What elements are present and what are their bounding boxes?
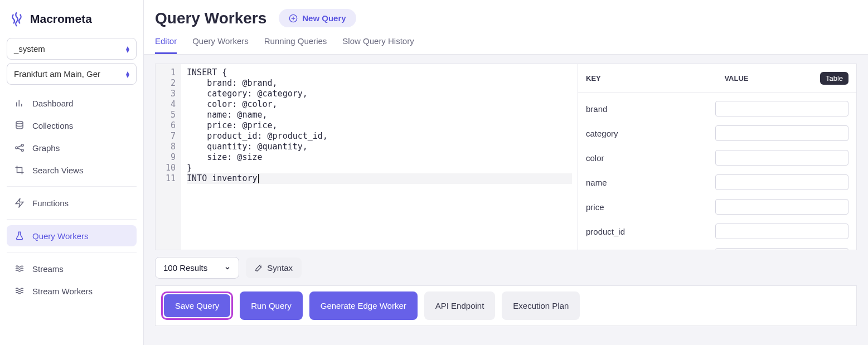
param-row: color — [586, 145, 848, 170]
sidebar-item-graphs[interactable]: Graphs — [7, 137, 137, 158]
params-panel: KEY VALUE Table brandcategorycolornamepr… — [578, 64, 856, 250]
param-row: name — [586, 170, 848, 195]
code-line[interactable]: INTO inventory — [187, 173, 572, 184]
svg-line-8 — [17, 148, 22, 150]
code-line[interactable]: size: @size — [187, 152, 572, 163]
workspace: 1234567891011 INSERT { brand: @brand, ca… — [144, 55, 868, 345]
brand-name: Macrometa — [30, 12, 92, 26]
results-limit-value: 100 Results — [163, 263, 207, 273]
region-selector-value: Frankfurt am Main, Ger — [14, 69, 100, 79]
wand-icon — [255, 264, 263, 272]
sidebar-item-label: Streams — [32, 264, 64, 274]
sidebar-item-query-workers[interactable]: Query Workers — [7, 225, 137, 246]
param-value-input[interactable] — [715, 150, 848, 166]
param-key: category — [586, 129, 709, 138]
chevron-down-icon — [224, 265, 231, 271]
action-bar: Save Query Run Query Generate Edge Worke… — [155, 285, 857, 326]
sidebar-item-functions[interactable]: Functions — [7, 192, 137, 213]
code-content[interactable]: INSERT { brand: @brand, category: @categ… — [181, 64, 578, 250]
sidebar-item-dashboard[interactable]: Dashboard — [7, 93, 137, 114]
tab-slow-query-history[interactable]: Slow Query History — [342, 36, 414, 54]
param-row: category — [586, 121, 848, 145]
param-row: price — [586, 195, 848, 219]
waves-icon — [14, 286, 25, 296]
region-selector[interactable]: Frankfurt am Main, Ger ▴▾ — [7, 63, 137, 85]
sidebar-item-search-views[interactable]: Search Views — [7, 159, 137, 181]
sidebar-item-streams[interactable]: Streams — [7, 258, 137, 279]
syntax-button[interactable]: Syntax — [246, 257, 302, 278]
param-value-input[interactable] — [715, 101, 848, 116]
code-line[interactable]: name: @name, — [187, 110, 572, 120]
param-value-input[interactable] — [715, 125, 848, 141]
param-row: quantity — [586, 244, 848, 250]
editor-row: 1234567891011 INSERT { brand: @brand, ca… — [155, 64, 857, 250]
sidebar-item-label: Query Workers — [32, 231, 89, 241]
param-row: product_id — [586, 219, 848, 244]
sidebar-item-label: Graphs — [32, 143, 60, 153]
sidebar-item-label: Collections — [32, 121, 73, 130]
plus-circle-icon — [289, 14, 298, 23]
code-line[interactable]: brand: @brand, — [187, 78, 572, 89]
generate-edge-worker-button[interactable]: Generate Edge Worker — [309, 291, 418, 320]
param-key: color — [586, 153, 709, 163]
execution-plan-button[interactable]: Execution Plan — [502, 291, 580, 320]
code-line[interactable]: price: @price, — [187, 120, 572, 131]
tab-query-workers[interactable]: Query Workers — [192, 36, 249, 54]
sidebar: Macrometa _system ▴▾ Frankfurt am Main, … — [0, 0, 144, 345]
svg-line-7 — [17, 145, 22, 147]
params-body: brandcategorycolornamepriceproduct_idqua… — [578, 93, 856, 250]
sidebar-item-label: Dashboard — [32, 99, 73, 108]
tab-running-queries[interactable]: Running Queries — [264, 36, 327, 54]
param-key: price — [586, 202, 709, 212]
tab-editor[interactable]: Editor — [155, 36, 177, 54]
svg-marker-9 — [16, 199, 23, 207]
param-value-input[interactable] — [715, 248, 848, 250]
params-value-header: VALUE — [653, 74, 820, 82]
new-query-label: New Query — [302, 13, 346, 23]
param-value-input[interactable] — [715, 174, 848, 190]
param-value-input[interactable] — [715, 223, 848, 239]
nav-separator — [7, 219, 137, 220]
api-endpoint-button[interactable]: API Endpoint — [424, 291, 496, 320]
crop-icon — [14, 165, 25, 175]
code-line[interactable]: INSERT { — [187, 67, 572, 78]
sidebar-item-label: Stream Workers — [32, 286, 93, 296]
bar-chart-icon — [14, 98, 25, 108]
flask-icon — [14, 231, 25, 241]
sidebar-item-label: Functions — [32, 198, 69, 208]
param-value-input[interactable] — [715, 199, 848, 215]
sidebar-nav: DashboardCollectionsGraphsSearch ViewsFu… — [7, 93, 137, 302]
code-line[interactable]: quantity: @quantity, — [187, 142, 572, 152]
sidebar-item-label: Search Views — [32, 166, 83, 175]
chevron-updown-icon: ▴▾ — [126, 71, 129, 77]
run-query-button[interactable]: Run Query — [240, 291, 303, 320]
code-line[interactable]: category: @category, — [187, 89, 572, 99]
param-key: product_id — [586, 227, 709, 236]
sidebar-item-collections[interactable]: Collections — [7, 115, 137, 136]
code-line[interactable]: } — [187, 163, 572, 173]
code-line[interactable]: product_id: @product_id, — [187, 131, 572, 142]
nav-separator — [7, 252, 137, 252]
param-row: brand — [586, 96, 848, 121]
save-button-highlight: Save Query — [161, 291, 233, 320]
database-selector[interactable]: _system ▴▾ — [7, 38, 137, 60]
param-key: brand — [586, 104, 709, 114]
new-query-button[interactable]: New Query — [279, 9, 356, 27]
code-editor[interactable]: 1234567891011 INSERT { brand: @brand, ca… — [156, 64, 578, 250]
save-query-button[interactable]: Save Query — [164, 294, 230, 317]
brand-logo: Macrometa — [7, 8, 137, 35]
table-view-toggle[interactable]: Table — [820, 72, 848, 85]
syntax-label: Syntax — [267, 263, 293, 273]
svg-point-3 — [16, 122, 23, 124]
sidebar-item-stream-workers[interactable]: Stream Workers — [7, 280, 137, 302]
toolbar: 100 Results Syntax — [155, 257, 857, 279]
params-header: KEY VALUE Table — [578, 64, 856, 93]
bolt-icon — [14, 198, 25, 208]
line-gutter: 1234567891011 — [156, 64, 181, 250]
tabs: EditorQuery WorkersRunning QueriesSlow Q… — [144, 27, 868, 55]
code-line[interactable]: color: @color, — [187, 99, 572, 110]
waves-icon — [14, 264, 25, 274]
results-limit-select[interactable]: 100 Results — [155, 257, 239, 279]
nav-separator — [7, 186, 137, 187]
param-key: name — [586, 178, 709, 187]
